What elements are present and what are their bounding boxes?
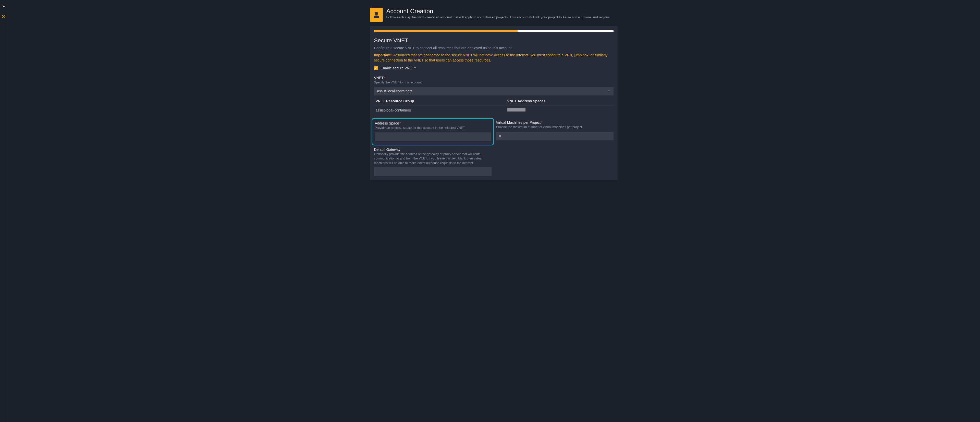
sidebar bbox=[0, 0, 7, 422]
page-subtitle: Follow each step below to create an acco… bbox=[387, 15, 611, 19]
section-desc: Configure a secure VNET to connect all r… bbox=[374, 46, 614, 50]
main-scroll[interactable]: Account Creation Follow each step below … bbox=[7, 0, 980, 422]
important-text: Resources that are connected to the secu… bbox=[374, 53, 608, 62]
svg-point-3 bbox=[375, 12, 378, 15]
sidebar-divider bbox=[1, 23, 6, 23]
required-asterisk: * bbox=[541, 121, 542, 124]
vnet-table-header-spaces: VNET Address Spaces bbox=[506, 97, 613, 105]
vnet-help: Specify the VNET for this account. bbox=[374, 80, 614, 85]
vm-per-project-input[interactable] bbox=[496, 132, 614, 140]
wizard-panel: Secure VNET Configure a secure VNET to c… bbox=[370, 26, 617, 180]
default-gateway-help: Optionally provide the address of the ga… bbox=[374, 152, 492, 166]
user-icon bbox=[372, 11, 380, 19]
progress-fill bbox=[374, 30, 518, 32]
address-space-label: Address Space* bbox=[375, 121, 491, 125]
vnet-table-header-group: VNET Resource Group bbox=[374, 97, 506, 105]
vm-per-project-help: Provide the maximum number of virtual ma… bbox=[496, 125, 614, 130]
address-space-help: Provide an address space for this accoun… bbox=[375, 126, 491, 130]
enable-secure-vnet-label[interactable]: Enable secure VNET? bbox=[381, 66, 416, 70]
progress-bar bbox=[374, 30, 614, 32]
table-row: assist-local-containers bbox=[374, 105, 614, 115]
enable-secure-vnet-checkbox[interactable] bbox=[374, 66, 378, 70]
address-space-highlight: Address Space* Provide an address space … bbox=[372, 118, 494, 146]
page-title: Account Creation bbox=[387, 8, 611, 15]
required-asterisk: * bbox=[399, 121, 401, 125]
expand-sidebar-button[interactable] bbox=[0, 3, 7, 10]
default-gateway-label: Default Gateway bbox=[374, 148, 492, 152]
account-icon bbox=[370, 8, 383, 22]
required-asterisk: * bbox=[384, 76, 385, 80]
vnet-label: VNET* bbox=[374, 76, 614, 80]
chevron-down-icon bbox=[608, 89, 611, 93]
add-button[interactable] bbox=[0, 13, 7, 21]
redacted-value bbox=[507, 108, 525, 111]
plus-circle-icon bbox=[2, 15, 5, 18]
vnet-select[interactable]: assist-local-containers bbox=[374, 87, 614, 95]
important-label: Important: bbox=[374, 53, 392, 57]
vnet-select-value: assist-local-containers bbox=[377, 89, 413, 93]
default-gateway-input[interactable] bbox=[374, 167, 492, 176]
vm-per-project-label: Virtual Machines per Project* bbox=[496, 121, 614, 124]
check-icon bbox=[375, 67, 377, 70]
vnet-address-spaces-value bbox=[506, 105, 613, 115]
page-header: Account Creation Follow each step below … bbox=[370, 8, 617, 22]
important-note: Important: Resources that are connected … bbox=[374, 52, 614, 63]
address-space-input[interactable] bbox=[375, 132, 491, 141]
vnet-table: VNET Resource Group VNET Address Spaces … bbox=[374, 97, 614, 115]
vnet-resource-group-value: assist-local-containers bbox=[374, 105, 506, 115]
content: Account Creation Follow each step below … bbox=[370, 8, 617, 180]
chevron-double-right-icon bbox=[2, 5, 5, 8]
section-title: Secure VNET bbox=[374, 37, 614, 44]
